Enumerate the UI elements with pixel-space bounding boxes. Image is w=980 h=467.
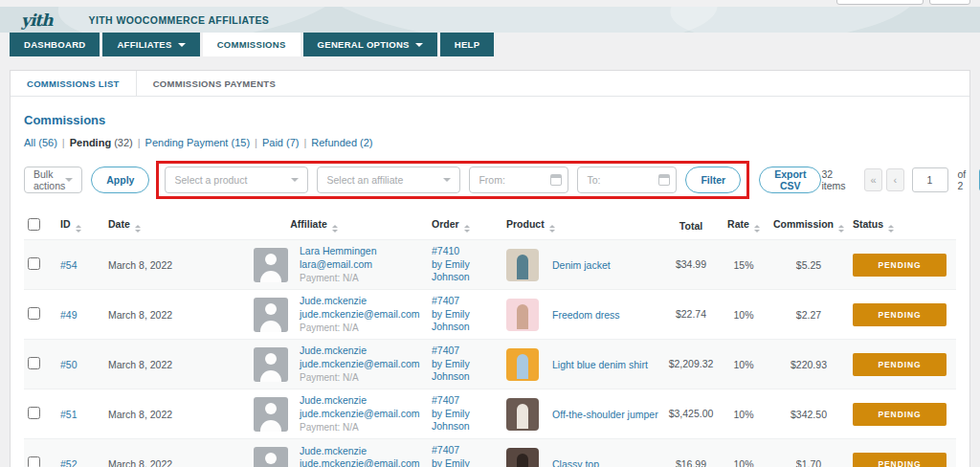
product-thumbnail[interactable] — [506, 249, 539, 281]
total-amount: $22.74 — [667, 307, 715, 321]
nav-tab-help[interactable]: HELP — [440, 33, 495, 56]
nav-tab-dashboard[interactable]: DASHBOARD — [10, 33, 100, 56]
view-label[interactable]: Paid — [262, 137, 283, 148]
order-link[interactable]: #7407 — [432, 345, 459, 356]
affiliate-email-link[interactable]: jude.mckenzie@email.com — [300, 308, 420, 320]
status-cell: PENDING — [849, 389, 956, 439]
product-thumbnail[interactable] — [506, 348, 539, 381]
column-header-label: Date — [108, 218, 130, 230]
column-header-affiliate[interactable]: Affiliate — [200, 211, 428, 240]
commission-id-link[interactable]: #51 — [60, 409, 78, 420]
product-name-link[interactable]: Classy top — [552, 458, 599, 467]
view-label[interactable]: All — [24, 137, 35, 148]
commission-id-link[interactable]: #49 — [60, 309, 78, 321]
help-button[interactable]: Help — [929, 0, 970, 5]
status-badge[interactable]: PENDING — [853, 403, 947, 426]
plugin-title: YITH WOOCOMMERCE AFFILIATES — [89, 14, 270, 26]
select-product-label: Select a product — [174, 174, 247, 186]
nav-tab-commissions[interactable]: COMMISSIONS — [203, 33, 301, 56]
nav-tab-affiliates[interactable]: AFFILIATES — [102, 33, 199, 56]
commissions-table: IDDateAffiliateOrderProductTotalRateComm… — [24, 211, 956, 467]
product-thumbnail[interactable] — [506, 398, 539, 431]
view-link-all[interactable]: All (56) — [24, 137, 57, 148]
product-thumbnail[interactable] — [506, 299, 539, 331]
row-checkbox[interactable] — [28, 257, 40, 270]
plugin-nav-tabs: DASHBOARDAFFILIATESCOMMISSIONSGENERAL OP… — [0, 33, 980, 56]
select-affiliate-dropdown[interactable]: Select an affiliate — [317, 167, 460, 193]
column-header-date[interactable]: Date — [104, 211, 200, 240]
affiliate-name-link[interactable]: Jude.mckenzie — [300, 445, 367, 456]
row-checkbox[interactable] — [28, 357, 40, 369]
sort-icon[interactable] — [464, 225, 470, 233]
affiliate-email-link[interactable]: jude.mckenzie@email.com — [300, 358, 420, 369]
bulk-actions-select[interactable]: Bulk actions — [24, 167, 82, 193]
row-checkbox-cell — [24, 240, 56, 290]
affiliate-name: Jude.mckenzie — [300, 445, 420, 458]
view-label[interactable]: Refunded — [311, 137, 357, 148]
order-link[interactable]: #7407 — [432, 394, 459, 406]
plugin-header-bar: yith YITH WOOCOMMERCE AFFILIATES — [0, 7, 980, 33]
payment-info: Payment: N/A — [300, 322, 420, 334]
status-badge[interactable]: PENDING — [853, 254, 947, 277]
sort-icon[interactable] — [135, 225, 141, 233]
status-badge[interactable]: PENDING — [853, 453, 947, 467]
row-checkbox[interactable] — [28, 456, 40, 467]
view-label[interactable]: Pending Payment — [145, 137, 229, 148]
product-cell: Freedom dress — [502, 290, 663, 340]
export-csv-button[interactable]: Export CSV — [759, 167, 821, 193]
main-panel: COMMISSIONS LISTCOMMISSIONS PAYMENTS Com… — [10, 70, 970, 467]
column-header-status[interactable]: Status — [849, 211, 956, 240]
column-header-id[interactable]: ID — [56, 211, 104, 240]
commission-id-link[interactable]: #54 — [60, 259, 78, 271]
product-name-link[interactable]: Off-the-shoulder jumper — [552, 409, 658, 420]
affiliate-name-link[interactable]: Jude.mckenzie — [300, 394, 367, 406]
view-link-refunded[interactable]: Refunded (2) — [311, 137, 372, 148]
affiliate-email-link[interactable]: jude.mckenzie@email.com — [300, 457, 420, 467]
order-link[interactable]: #7407 — [432, 295, 459, 306]
sort-icon[interactable] — [888, 225, 894, 233]
apply-button[interactable]: Apply — [91, 167, 149, 193]
row-checkbox[interactable] — [28, 307, 40, 320]
sort-icon[interactable] — [754, 225, 760, 233]
affiliate-name-link[interactable]: Jude.mckenzie — [300, 295, 367, 306]
current-page-input[interactable] — [912, 167, 948, 192]
select-all-checkbox[interactable] — [28, 218, 40, 231]
column-header-label: Commission — [773, 218, 834, 230]
affiliate-cell: Jude.mckenziejude.mckenzie@email.comPaym… — [200, 290, 428, 340]
product-name-link[interactable]: Freedom dress — [552, 309, 620, 321]
status-badge[interactable]: PENDING — [853, 303, 947, 326]
sort-icon[interactable] — [76, 225, 81, 233]
view-link-pending-payment[interactable]: Pending Payment (15) — [145, 137, 250, 148]
status-badge[interactable]: PENDING — [853, 353, 947, 376]
column-header-rate[interactable]: Rate — [719, 211, 768, 240]
row-checkbox[interactable] — [28, 407, 40, 419]
column-header-product[interactable]: Product — [502, 211, 663, 240]
sort-icon[interactable] — [332, 225, 338, 233]
filter-button[interactable]: Filter — [685, 167, 741, 193]
subtab-commissions-list[interactable]: COMMISSIONS LIST — [11, 71, 137, 96]
commission-id-link[interactable]: #50 — [60, 359, 78, 370]
view-link-pending[interactable]: Pending (32) — [70, 137, 133, 148]
affiliate-email-link[interactable]: lara@email.com — [300, 258, 372, 270]
sort-icon[interactable] — [838, 225, 844, 233]
subtab-commissions-payments[interactable]: COMMISSIONS PAYMENTS — [137, 71, 292, 96]
affiliate-name-link[interactable]: Jude.mckenzie — [300, 345, 367, 356]
commission-id-link[interactable]: #52 — [60, 458, 78, 467]
column-header-commission[interactable]: Commission — [768, 211, 849, 240]
screen-options-button[interactable]: Screen Options — [836, 0, 924, 5]
product-cell: Denim jacket — [502, 240, 663, 290]
first-page-button: « — [864, 168, 882, 191]
product-thumbnail[interactable] — [506, 448, 539, 467]
affiliate-name-link[interactable]: Lara Hemmingen — [300, 245, 377, 256]
order-link[interactable]: #7407 — [432, 444, 459, 456]
sort-icon[interactable] — [549, 225, 555, 233]
affiliate-email-link[interactable]: jude.mckenzie@email.com — [300, 408, 420, 419]
select-affiliate-label: Select an affiliate — [326, 174, 403, 186]
order-link[interactable]: #7410 — [432, 245, 459, 256]
product-name-link[interactable]: Light blue denim shirt — [552, 359, 648, 370]
nav-tab-general-options[interactable]: GENERAL OPTIONS — [303, 33, 437, 56]
column-header-order[interactable]: Order — [428, 211, 502, 240]
select-product-dropdown[interactable]: Select a product — [165, 167, 308, 193]
view-link-paid[interactable]: Paid (7) — [262, 137, 300, 148]
product-name-link[interactable]: Denim jacket — [552, 259, 611, 271]
